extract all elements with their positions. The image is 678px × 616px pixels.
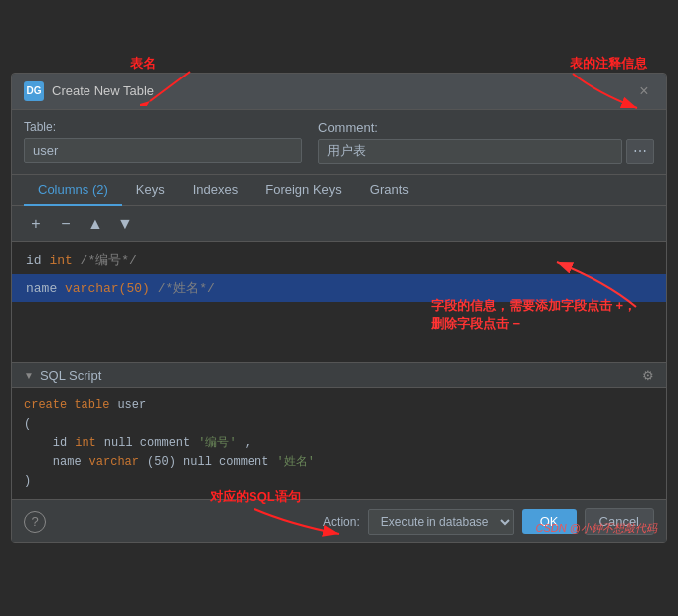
sql-txt: id [24,434,67,453]
tab-foreign-keys[interactable]: Foreign Keys [252,175,356,206]
columns-area: id int /*编号*/ name varchar(50) /*姓名*/ 字段… [12,242,666,362]
action-select[interactable]: Execute in database Show DDL Cancel [368,509,514,535]
tabs-bar: Columns (2) Keys Indexes Foreign Keys Gr… [12,175,666,206]
comment-annotation: 表的注释信息 [570,55,647,73]
tab-indexes[interactable]: Indexes [179,175,253,206]
sql-kw: int [75,434,96,453]
sql-header[interactable]: ▼ SQL Script ⚙ [12,363,666,388]
title-area: DG Create New Table [24,81,154,101]
sql-line: ) [24,472,654,491]
tab-columns[interactable]: Columns (2) [24,175,122,206]
sql-section: ▼ SQL Script ⚙ create table user ( id in… [12,362,666,500]
column-row[interactable]: name varchar(50) /*姓名*/ [12,274,666,302]
sql-txt: , [245,434,252,453]
gear-icon[interactable]: ⚙ [642,368,654,383]
dialog-wrapper: DG Create New Table × Table: Comment: ⋯ … [11,73,667,544]
form-area: Table: Comment: ⋯ [12,110,666,175]
fields-annotation: 字段的信息，需要添加字段点击 +，删除字段点击 − [431,297,636,333]
columns-toolbar: + − ▲ ▼ [12,206,666,242]
sql-txt: (50) null comment [147,453,268,472]
sql-txt: name [24,453,82,472]
sql-txt: ) [24,472,31,491]
sql-line: id int null comment '编号' , [24,434,654,453]
col-name-name: name [26,281,65,296]
column-row[interactable]: id int /*编号*/ [12,246,666,274]
sql-str: '姓名' [276,453,314,472]
sql-txt: null comment [104,434,190,453]
csdn-badge: CSDN @小钟不想敲代码 [536,521,657,536]
sql-line: create table user [24,396,654,415]
move-up-button[interactable]: ▲ [84,212,107,235]
col-id-type: int [49,253,72,268]
comment-input[interactable] [318,139,622,164]
col-name-type: varchar(50) [65,281,150,296]
action-label: Action: [323,515,360,529]
table-name-group: Table: [24,120,302,164]
close-button[interactable]: × [634,81,654,101]
help-button[interactable]: ? [24,511,46,533]
remove-column-button[interactable]: − [54,212,78,235]
table-name-annotation: 表名 [130,55,156,73]
sql-section-title: SQL Script [40,368,101,383]
col-name-comment: /*姓名*/ [150,281,215,296]
app-icon: DG [24,81,44,101]
comment-expand-button[interactable]: ⋯ [626,139,654,164]
comment-group: Comment: ⋯ [318,120,654,164]
sql-kw: varchar [89,453,139,472]
sql-content: create table user ( id int null comment … [12,388,666,500]
table-label: Table: [24,120,302,134]
sql-str: '编号' [198,434,236,453]
collapse-icon: ▼ [24,370,34,381]
sql-kw: create table [24,396,109,415]
dialog-title: Create New Table [52,83,154,98]
sql-line: name varchar (50) null comment '姓名' [24,453,654,472]
comment-label: Comment: [318,120,654,135]
add-column-button[interactable]: + [24,212,48,235]
comment-input-row: ⋯ [318,139,654,164]
table-name-input[interactable] [24,138,302,163]
tab-grants[interactable]: Grants [356,175,423,206]
dialog-header: DG Create New Table × [12,74,666,110]
sql-txt: user [117,396,146,415]
sql-header-left: ▼ SQL Script [24,368,101,383]
col-id-comment: /*编号*/ [73,253,137,268]
sql-line: ( [24,415,654,434]
col-id-name: id [26,253,49,268]
tab-keys[interactable]: Keys [122,175,179,206]
move-down-button[interactable]: ▼ [113,212,137,235]
sql-txt: ( [24,415,31,434]
create-table-dialog: DG Create New Table × Table: Comment: ⋯ … [11,73,667,544]
